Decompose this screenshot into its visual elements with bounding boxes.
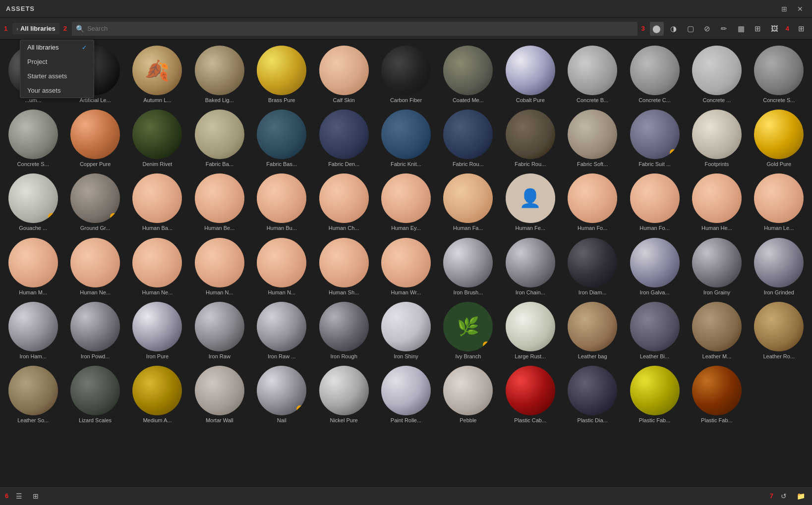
material-item-ground-gr[interactable]: ★Ground Gr... xyxy=(65,171,125,233)
material-item-human-fo2[interactable]: Human Fo... xyxy=(625,171,685,233)
material-item-concrete-b[interactable]: Concrete B... xyxy=(562,44,622,106)
material-item-brass-pure[interactable]: Brass Pure xyxy=(252,44,312,106)
close-button[interactable]: ✕ xyxy=(794,4,806,14)
material-item-concrete-s1[interactable]: Concrete S... xyxy=(749,44,809,106)
material-item-iron-grainy[interactable]: Iron Grainy xyxy=(687,236,747,298)
maximize-button[interactable]: ⊞ xyxy=(778,4,790,14)
material-item-human-ch[interactable]: Human Ch... xyxy=(314,171,374,233)
material-item-leather-bag[interactable]: Leather bag xyxy=(562,300,622,362)
material-item-human-he[interactable]: Human He... xyxy=(687,171,747,233)
material-item-fabric-bas[interactable]: Fabric Bas... xyxy=(252,108,312,169)
material-item-cobalt-pure[interactable]: Cobalt Pure xyxy=(500,44,560,106)
material-item-autumn-l[interactable]: Autumn L... xyxy=(127,44,187,106)
layout-button[interactable]: ⊞ xyxy=(751,22,765,36)
material-item-fabric-knit[interactable]: Fabric Knit... xyxy=(376,108,436,169)
material-item-iron-shiny[interactable]: Iron Shiny xyxy=(376,300,436,362)
material-item-paint-rolle[interactable]: Paint Rolle... xyxy=(376,364,436,426)
material-item-carbon-fiber[interactable]: Carbon Fiber xyxy=(376,44,436,106)
sphere-view-button[interactable]: ⬤ xyxy=(650,22,664,36)
grid-size-button[interactable]: ⊞ xyxy=(794,22,808,36)
material-item-human-ba[interactable]: Human Ba... xyxy=(127,171,187,233)
material-item-fabric-ba[interactable]: Fabric Ba... xyxy=(189,108,249,169)
material-item-concrete-s2[interactable]: Concrete S... xyxy=(3,108,63,169)
material-item-nickel-pure[interactable]: Nickel Pure xyxy=(314,364,374,426)
material-label-human-bu: Human Bu... xyxy=(257,225,306,231)
material-item-plastic-fab1[interactable]: Plastic Fab... xyxy=(625,364,685,426)
material-item-leather-so[interactable]: Leather So... xyxy=(3,364,63,426)
material-item-coated-me[interactable]: Coated Me... xyxy=(438,44,498,106)
material-item-fabric-rou2[interactable]: Fabric Rou... xyxy=(500,108,560,169)
half-sphere-view-button[interactable]: ◑ xyxy=(667,22,681,36)
material-item-iron-raw[interactable]: Iron Raw xyxy=(189,300,249,362)
material-item-baked-lig[interactable]: Baked Lig... xyxy=(189,44,249,106)
material-item-iron-rough[interactable]: Iron Rough xyxy=(314,300,374,362)
material-item-concrete-last[interactable]: Concrete ... xyxy=(687,44,747,106)
material-item-leather-m[interactable]: Leather M... xyxy=(687,300,747,362)
library-selector[interactable]: › All libraries xyxy=(12,23,59,34)
app-window: ASSETS ⊞ ✕ 1 › All libraries 2 🔍 3 ⬤ ◑ ▢… xyxy=(0,0,812,505)
material-item-human-ne2[interactable]: Human Ne... xyxy=(127,236,187,298)
material-item-iron-chain[interactable]: Iron Chain... xyxy=(500,236,560,298)
material-item-human-be[interactable]: Human Be... xyxy=(189,171,249,233)
brush-tool-button[interactable]: ✏ xyxy=(717,22,731,36)
material-item-plastic-fab2[interactable]: Plastic Fab... xyxy=(687,364,747,426)
material-item-fabric-suit[interactable]: ★Fabric Suit ... xyxy=(625,108,685,169)
refresh-button[interactable]: ↺ xyxy=(777,490,790,503)
filter-button[interactable]: ☰ xyxy=(12,490,25,503)
material-item-iron-grinded[interactable]: Iron Grinded xyxy=(749,236,809,298)
material-item-denim-rivet[interactable]: Denim Rivet xyxy=(127,108,187,169)
material-item-mortar-wall[interactable]: Mortar Wall xyxy=(189,364,249,426)
material-label-plastic-cab: Plastic Cab... xyxy=(506,417,555,424)
material-item-iron-powd[interactable]: Iron Powd... xyxy=(65,300,125,362)
material-item-copper-pure[interactable]: Copper Pure xyxy=(65,108,125,169)
material-item-lizard-scales[interactable]: Lizard Scales xyxy=(65,364,125,426)
material-item-gouache[interactable]: ★Gouache ... xyxy=(3,171,63,233)
material-item-human-wr[interactable]: Human Wr... xyxy=(376,236,436,298)
material-item-plastic-cab[interactable]: Plastic Cab... xyxy=(500,364,560,426)
material-item-human-fa[interactable]: Human Fa... xyxy=(438,171,498,233)
material-item-large-rust[interactable]: Large Rust... xyxy=(500,300,560,362)
material-item-human-bu[interactable]: Human Bu... xyxy=(252,171,312,233)
material-item-human-fo1[interactable]: Human Fo... xyxy=(562,171,622,233)
material-item-human-ne1[interactable]: Human Ne... xyxy=(65,236,125,298)
material-item-footprints[interactable]: Footprints xyxy=(687,108,747,169)
material-item-medium-a[interactable]: Medium A... xyxy=(127,364,187,426)
material-item-iron-diam[interactable]: Iron Diam... xyxy=(562,236,622,298)
material-item-human-sh[interactable]: Human Sh... xyxy=(314,236,374,298)
dropdown-item-project[interactable]: Project xyxy=(20,55,94,69)
material-item-pebble[interactable]: Pebble xyxy=(438,364,498,426)
material-item-human-fe[interactable]: 👤Human Fe... xyxy=(500,171,560,233)
material-item-iron-brush[interactable]: Iron Brush... xyxy=(438,236,498,298)
material-item-human-ey[interactable]: Human Ey... xyxy=(376,171,436,233)
material-item-iron-galv[interactable]: Iron Galva... xyxy=(625,236,685,298)
material-item-iron-ham[interactable]: Iron Ham... xyxy=(3,300,63,362)
search-input[interactable] xyxy=(87,25,634,32)
material-item-leather-ro[interactable]: Leather Ro... xyxy=(749,300,809,362)
dropdown-item-starter[interactable]: Starter assets xyxy=(20,69,94,83)
material-item-fabric-soft[interactable]: Fabric Soft... xyxy=(562,108,622,169)
material-item-human-le[interactable]: Human Le... xyxy=(749,171,809,233)
material-item-plastic-dia[interactable]: Plastic Dia... xyxy=(562,364,622,426)
dropdown-item-all-libraries[interactable]: All libraries ✓ xyxy=(20,40,94,55)
material-item-iron-raw2[interactable]: Iron Raw ... xyxy=(252,300,312,362)
material-item-gold-pure[interactable]: Gold Pure xyxy=(749,108,809,169)
material-item-nail[interactable]: ★Nail xyxy=(252,364,312,426)
grid-view-button[interactable]: ▦ xyxy=(734,22,748,36)
dropdown-item-your-assets[interactable]: Your assets xyxy=(20,83,94,98)
plane-view-button[interactable]: ▢ xyxy=(684,22,697,36)
material-item-human-n1[interactable]: Human N... xyxy=(189,236,249,298)
material-item-calf-skin[interactable]: Calf Skin xyxy=(314,44,374,106)
material-item-iron-pure[interactable]: Iron Pure xyxy=(127,300,187,362)
folder-button[interactable]: 📁 xyxy=(794,490,807,503)
material-item-human-n2[interactable]: Human N... xyxy=(252,236,312,298)
material-label-denim-rivet: Denim Rivet xyxy=(132,161,182,168)
material-item-human-m[interactable]: Human M... xyxy=(3,236,63,298)
material-item-leather-bi[interactable]: Leather Bi... xyxy=(625,300,685,362)
material-item-fabric-rou1[interactable]: Fabric Rou... xyxy=(438,108,498,169)
material-item-fabric-den[interactable]: Fabric Den... xyxy=(314,108,374,169)
cylinder-view-button[interactable]: ⊘ xyxy=(700,22,714,36)
image-button[interactable]: 🖼 xyxy=(768,22,782,36)
material-item-ivy-branch[interactable]: 🌿★Ivy Branch xyxy=(438,300,498,362)
material-item-concrete-c[interactable]: Concrete C... xyxy=(625,44,685,106)
sort-button[interactable]: ⊞ xyxy=(29,490,42,503)
